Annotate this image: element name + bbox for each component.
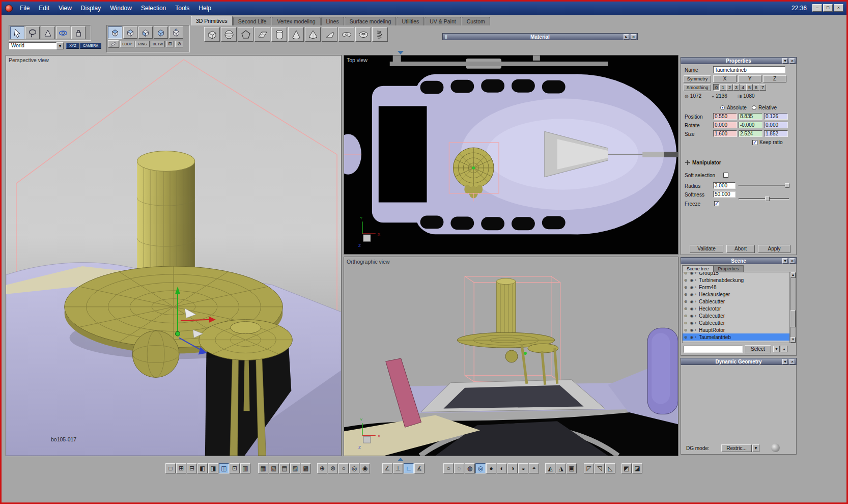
layout-right-icon[interactable]: ◨ <box>208 463 218 473</box>
expander-icon[interactable]: › <box>695 313 699 318</box>
visibility-icon[interactable]: ◉ <box>689 272 695 275</box>
scene-item-label[interactable]: Taumelantrieb <box>699 334 731 340</box>
scene-item-label[interactable]: Cablecutter <box>699 299 725 304</box>
scene-tree-tab[interactable]: Scene tree <box>682 265 714 272</box>
top-viewport[interactable]: Top view <box>344 55 679 255</box>
keep-ratio-checkbox[interactable]: ✓ <box>752 140 757 145</box>
freeze-checkbox[interactable]: ✓ <box>714 201 719 206</box>
size-x-field[interactable] <box>713 130 737 137</box>
scene-properties-tab[interactable]: Properties <box>714 265 744 272</box>
shading-wireframe-icon[interactable]: ○ <box>443 463 454 473</box>
polygon-primitive-button[interactable] <box>238 27 253 42</box>
layout-center-icon[interactable]: ⊡ <box>230 463 240 473</box>
scene-item-label[interactable]: HauptRotor <box>699 327 725 333</box>
layout-three-pane-icon[interactable]: ◫ <box>219 463 229 473</box>
scene-collapse-icon[interactable]: ▾ <box>782 258 788 264</box>
material-collapse-icon[interactable]: ▸ <box>624 34 629 40</box>
lock-tool-button[interactable] <box>71 26 86 39</box>
absolute-radio[interactable] <box>720 105 725 110</box>
expander-icon[interactable]: › <box>695 306 699 311</box>
tab-3d-primitives[interactable]: 3D Primitives <box>191 16 233 25</box>
apply-button[interactable]: Apply <box>758 245 790 253</box>
camera-mode-button[interactable]: CAMERA <box>80 43 101 49</box>
disc-primitive-button[interactable] <box>338 27 354 42</box>
orthographic-3d-canvas[interactable]: Y X Z <box>344 257 678 456</box>
link-icon[interactable]: ⊕ <box>683 321 689 325</box>
axis-free-icon[interactable]: ∠ <box>382 463 392 473</box>
position-z-field[interactable] <box>764 113 788 120</box>
scene-tree-row[interactable]: ⊕◉ ›Turbinenabdeckung <box>683 276 789 284</box>
select-tool-button[interactable] <box>10 26 24 39</box>
smoothing-level-7[interactable]: 7 <box>759 84 766 91</box>
scene-item-label[interactable]: Cablecutter <box>699 313 725 319</box>
tab-surface-modeling[interactable]: Surface modeling <box>345 17 397 25</box>
symmetry-z-button[interactable]: Z <box>763 75 786 82</box>
visibility-icon[interactable]: ◉ <box>689 299 695 304</box>
visibility-icon[interactable]: ◉ <box>689 285 695 290</box>
expander-icon[interactable]: › <box>695 272 699 275</box>
paint-icon[interactable]: ◩ <box>621 463 632 473</box>
spin-down-icon[interactable]: ▾ <box>773 346 780 352</box>
uv-diagonal-icon[interactable]: ▨ <box>290 463 300 473</box>
softness-slider[interactable] <box>739 197 789 201</box>
scene-item-label[interactable]: Turbinenabdeckung <box>699 277 744 283</box>
dg-mode-select[interactable]: Restric... <box>721 444 752 452</box>
smoothing-level-0[interactable]: 0 <box>713 84 720 91</box>
tab-utilities[interactable]: Utilities <box>397 17 424 25</box>
rotate-z-field[interactable] <box>764 122 788 128</box>
radius-slider-thumb[interactable] <box>785 183 789 188</box>
link-icon[interactable]: ⊕ <box>683 314 689 318</box>
layout-left-icon[interactable]: ◧ <box>197 463 208 473</box>
scene-tree-row-selected[interactable]: ⊕◉ ›Taumelantrieb <box>683 333 789 341</box>
smoothing-level-4[interactable]: 4 <box>740 84 746 91</box>
tab-second-life[interactable]: Second Life <box>233 17 271 25</box>
close-button[interactable]: × <box>834 4 843 12</box>
tab-uv-paint[interactable]: UV & Paint <box>425 17 461 25</box>
menu-selection[interactable]: Selection <box>136 5 171 12</box>
cone-primitive-button[interactable] <box>288 27 304 42</box>
smoothing-level-6[interactable]: 6 <box>753 84 759 91</box>
smoothing-button[interactable]: Smoothing <box>684 84 711 91</box>
perspective-viewport[interactable]: Perspective view <box>6 55 342 456</box>
relative-radio[interactable] <box>752 105 756 110</box>
smoothing-level-5[interactable]: 5 <box>746 84 753 91</box>
perspective-3d-canvas[interactable]: Y X Z <box>6 55 341 456</box>
menu-file[interactable]: File <box>15 5 34 12</box>
shading-smooth-icon[interactable]: ◎ <box>475 463 486 473</box>
scroll-down-icon[interactable]: ▼ <box>790 337 796 343</box>
layout-single-icon[interactable]: □ <box>165 463 176 473</box>
zoom-in-icon[interactable]: ◎ <box>349 463 359 473</box>
shading-backface-icon[interactable]: ◑ <box>507 463 518 473</box>
link-icon[interactable]: ⊕ <box>683 285 689 290</box>
smoothing-level-2[interactable]: 2 <box>726 84 733 91</box>
snap-grid-icon[interactable]: ⊕ <box>317 463 327 473</box>
paint-select-button[interactable] <box>108 40 119 48</box>
scene-tree-row[interactable]: ⊕◉ ›Cablecutter <box>683 298 789 305</box>
menu-help[interactable]: Help <box>194 5 216 12</box>
scene-tree-row[interactable]: ⊕◉ ›Cablecutter <box>683 319 789 326</box>
symmetry-y-button[interactable]: Y <box>738 75 761 82</box>
menu-view[interactable]: View <box>54 5 76 12</box>
dynamic-geometry-collapse-icon[interactable]: ▾ <box>782 359 788 365</box>
splitter-handle-bottom[interactable] <box>398 458 404 461</box>
mirror-icon[interactable]: ◹ <box>595 463 605 473</box>
shading-top-icon[interactable]: ◓ <box>529 463 539 473</box>
size-y-field[interactable] <box>739 130 762 137</box>
shading-flat-icon[interactable]: ◍ <box>465 463 475 473</box>
size-z-field[interactable] <box>764 130 788 137</box>
sphere-primitive-button[interactable] <box>221 27 237 42</box>
symmetry-button[interactable]: Symmetry <box>684 75 711 82</box>
menu-tools[interactable]: Tools <box>171 5 194 12</box>
pyramid-primitive-button[interactable] <box>305 27 321 42</box>
link-icon[interactable]: ⊕ <box>683 299 689 304</box>
scene-item-label[interactable]: Heckrotor <box>699 306 721 312</box>
symmetry-x-button[interactable]: X <box>713 75 737 82</box>
select-button[interactable]: Select <box>745 345 771 353</box>
between-select-button[interactable]: BETW <box>151 41 165 47</box>
axis-normal-icon[interactable]: ∟ <box>404 463 414 473</box>
render-camera-icon[interactable]: ◪ <box>632 463 642 473</box>
radius-field[interactable] <box>713 182 736 189</box>
softness-slider-thumb[interactable] <box>765 197 770 201</box>
scene-tree-row[interactable]: ⊕◉ ›Heckrotor <box>683 305 789 312</box>
helix-primitive-button[interactable] <box>372 27 388 42</box>
